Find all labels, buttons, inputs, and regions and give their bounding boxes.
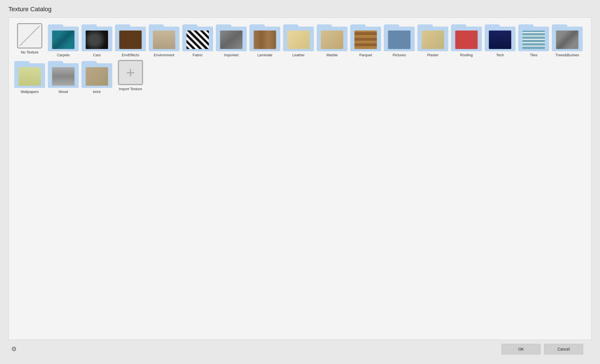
catalog-item-enveffects[interactable]: EnvEffects: [115, 23, 146, 57]
folder-icon-cars: [81, 23, 112, 51]
catalog-item-label-fabric: Fabric: [193, 53, 203, 57]
catalog-item-plaster[interactable]: Plaster: [417, 23, 448, 57]
catalog-item-tech[interactable]: Tech: [485, 23, 515, 57]
catalog-item-carpets[interactable]: Carpets: [48, 23, 79, 57]
folder-icon-enveffects: [115, 23, 146, 51]
catalog-item-label-trees: Trees&Bushes: [555, 53, 579, 57]
catalog-item-parquet[interactable]: Parquet: [350, 23, 381, 57]
catalog-item-label-roofing: Roofing: [460, 53, 473, 57]
folder-icon-roofing: [451, 23, 482, 51]
catalog-item-wood[interactable]: Wood: [48, 60, 79, 94]
folder-icon-brick: [81, 60, 112, 88]
catalog-item-label-enveffects: EnvEffects: [122, 53, 139, 57]
catalog-item-label-imported: Imported: [224, 53, 238, 57]
catalog-item-label-no-texture: No Texture: [21, 50, 39, 54]
folder-icon-tech: [485, 23, 515, 51]
folder-icon-fabric: [182, 23, 213, 51]
catalog-item-label-environment: Environment: [154, 53, 174, 57]
dialog-footer: ⚙ OK Cancel: [8, 340, 592, 358]
catalog-item-label-plaster: Plaster: [427, 53, 438, 57]
settings-icon[interactable]: ⚙: [11, 346, 17, 353]
catalog-grid: No Texture Carpets Cars: [14, 23, 586, 94]
footer-left: ⚙: [8, 346, 498, 353]
catalog-item-marble[interactable]: Marble: [317, 23, 347, 57]
folder-icon-marble: [317, 23, 347, 51]
catalog-item-cars[interactable]: Cars: [81, 23, 112, 57]
no-texture-icon: [17, 23, 42, 48]
folder-icon-wallpapers: [14, 60, 45, 88]
catalog-item-label-marble: Marble: [326, 53, 338, 57]
catalog-item-environment[interactable]: Environment: [149, 23, 179, 57]
folder-icon-plaster: [417, 23, 448, 51]
catalog-item-no-texture[interactable]: No Texture: [14, 23, 45, 57]
catalog-item-wallpapers[interactable]: Wallpapers: [14, 60, 45, 94]
catalog-item-label-carpets: Carpets: [57, 53, 70, 57]
folder-icon-pictures: [384, 23, 415, 51]
catalog-item-label-laminate: Laminate: [257, 53, 272, 57]
import-texture-icon: +: [118, 60, 143, 85]
catalog-item-imported[interactable]: Imported: [216, 23, 247, 57]
catalog-item-label-brick: brick: [93, 90, 101, 94]
catalog-item-pictures[interactable]: Pictures: [384, 23, 415, 57]
catalog-item-label-tech: Tech: [496, 53, 504, 57]
cancel-button[interactable]: Cancel: [544, 344, 583, 354]
catalog-item-label-import-texture: Import Texture: [119, 87, 142, 91]
catalog-item-label-wallpapers: Wallpapers: [21, 90, 39, 94]
dialog-title: Texture Catalog: [8, 6, 592, 13]
folder-icon-trees: [552, 23, 583, 51]
catalog-item-label-pictures: Pictures: [393, 53, 406, 57]
folder-icon-laminate: [249, 23, 280, 51]
folder-icon-environment: [149, 23, 179, 51]
folder-icon-tiles: [518, 23, 549, 51]
ok-button[interactable]: OK: [501, 344, 541, 354]
catalog-item-label-wood: Wood: [59, 90, 68, 94]
folder-icon-imported: [216, 23, 247, 51]
folder-icon-parquet: [350, 23, 381, 51]
folder-icon-wood: [48, 60, 79, 88]
catalog-item-fabric[interactable]: Fabric: [182, 23, 213, 57]
catalog-item-label-cars: Cars: [93, 53, 101, 57]
catalog-item-trees[interactable]: Trees&Bushes: [552, 23, 583, 57]
catalog-item-leather[interactable]: Leather: [283, 23, 314, 57]
catalog-item-label-tiles: Tiles: [530, 53, 538, 57]
catalog-item-laminate[interactable]: Laminate: [249, 23, 280, 57]
catalog-item-label-leather: Leather: [292, 53, 305, 57]
catalog-body: No Texture Carpets Cars: [8, 17, 592, 340]
catalog-item-import-texture[interactable]: + Import Texture: [115, 60, 146, 94]
folder-icon-carpets: [48, 23, 79, 51]
folder-icon-leather: [283, 23, 314, 51]
catalog-item-tiles[interactable]: Tiles: [518, 23, 549, 57]
catalog-item-brick[interactable]: brick: [81, 60, 112, 94]
catalog-item-roofing[interactable]: Roofing: [451, 23, 482, 57]
catalog-item-label-parquet: Parquet: [359, 53, 372, 57]
